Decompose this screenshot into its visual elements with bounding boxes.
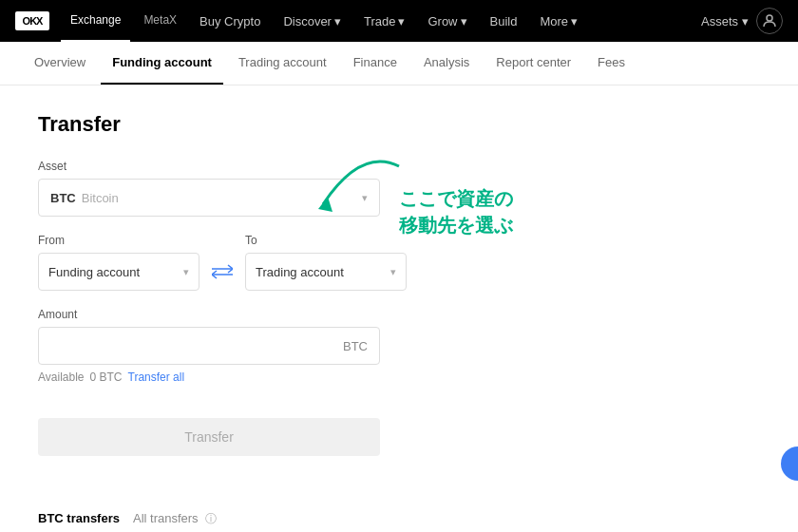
transfer-all-link[interactable]: Transfer all xyxy=(128,370,185,384)
to-block: To Trading account ▾ xyxy=(245,234,407,291)
logo-box: OKX xyxy=(15,11,49,30)
available-row: Available 0 BTC Transfer all xyxy=(38,370,627,384)
chevron-down-icon: ▾ xyxy=(742,14,749,28)
user-icon-button[interactable] xyxy=(756,8,783,34)
amount-label: Amount xyxy=(38,308,627,321)
asset-value: BTC Bitcoin xyxy=(50,191,119,205)
pagination-circle[interactable] xyxy=(781,446,798,481)
logo[interactable]: OKX xyxy=(15,11,49,30)
sub-nav: Overview Funding account Trading account… xyxy=(0,42,798,86)
nav-tab-metax[interactable]: MetaX xyxy=(134,0,186,42)
chevron-down-icon: ▾ xyxy=(183,266,189,278)
from-label: From xyxy=(38,234,200,247)
transfers-section: BTC transfers All transfers ⓘ Asset Amou… xyxy=(0,502,798,532)
tab-all-transfers[interactable]: All transfers ⓘ xyxy=(133,502,230,532)
amount-input[interactable] xyxy=(50,339,343,353)
chevron-down-icon: ▾ xyxy=(398,14,405,28)
subnav-fees[interactable]: Fees xyxy=(586,42,636,85)
asset-select[interactable]: BTC Bitcoin ▾ xyxy=(38,179,380,217)
subnav-funding[interactable]: Funding account xyxy=(101,42,223,85)
chevron-down-icon: ▾ xyxy=(571,14,578,28)
swap-button[interactable] xyxy=(207,253,238,291)
nav-right: Assets ▾ xyxy=(701,8,783,34)
page-wrap: OKX Exchange MetaX Buy Crypto Discover ▾… xyxy=(0,0,798,532)
chevron-down-icon: ▾ xyxy=(362,192,368,204)
nav-item-trade[interactable]: Trade ▾ xyxy=(354,0,414,42)
top-nav: OKX Exchange MetaX Buy Crypto Discover ▾… xyxy=(0,0,798,42)
from-block: From Funding account ▾ xyxy=(38,234,200,291)
nav-tab-exchange[interactable]: Exchange xyxy=(61,0,130,42)
transfer-form: Transfer Asset BTC Bitcoin ▾ From Fundin… xyxy=(0,86,665,483)
subnav-trading[interactable]: Trading account xyxy=(227,42,338,85)
nav-item-build[interactable]: Build xyxy=(481,0,527,42)
transfer-button[interactable]: Transfer xyxy=(38,418,380,456)
nav-item-buycrypto[interactable]: Buy Crypto xyxy=(190,0,270,42)
from-to-row: From Funding account ▾ To Trading accoun… xyxy=(38,234,627,291)
available-label: Available xyxy=(38,370,84,384)
nav-item-grow[interactable]: Grow ▾ xyxy=(418,0,476,42)
subnav-finance[interactable]: Finance xyxy=(342,42,408,85)
to-label: To xyxy=(245,234,407,247)
nav-item-more[interactable]: More ▾ xyxy=(530,0,587,42)
help-icon: ⓘ xyxy=(205,512,217,525)
swap-icon xyxy=(212,264,233,279)
amount-currency: BTC xyxy=(343,339,368,353)
transfers-tabs: BTC transfers All transfers ⓘ xyxy=(38,502,760,532)
available-amount: 0 BTC xyxy=(89,370,122,384)
page-title: Transfer xyxy=(38,112,627,137)
nav-item-discover[interactable]: Discover ▾ xyxy=(274,0,351,42)
svg-point-0 xyxy=(767,15,772,21)
amount-section: Amount BTC Available 0 BTC Transfer all xyxy=(38,308,627,384)
subnav-report[interactable]: Report center xyxy=(484,42,582,85)
asset-section: Asset BTC Bitcoin ▾ xyxy=(38,160,627,217)
asset-label: Asset xyxy=(38,160,627,173)
to-select[interactable]: Trading account ▾ xyxy=(245,253,407,291)
amount-input-wrap: BTC xyxy=(38,327,380,365)
user-icon xyxy=(762,13,777,28)
tab-btc-transfers[interactable]: BTC transfers xyxy=(38,502,133,532)
chevron-down-icon: ▾ xyxy=(334,14,341,28)
chevron-down-icon: ▾ xyxy=(390,266,396,278)
subnav-overview[interactable]: Overview xyxy=(23,42,97,85)
assets-button[interactable]: Assets ▾ xyxy=(701,14,749,28)
from-select[interactable]: Funding account ▾ xyxy=(38,253,200,291)
chevron-down-icon: ▾ xyxy=(461,14,467,28)
subnav-analysis[interactable]: Analysis xyxy=(412,42,481,85)
